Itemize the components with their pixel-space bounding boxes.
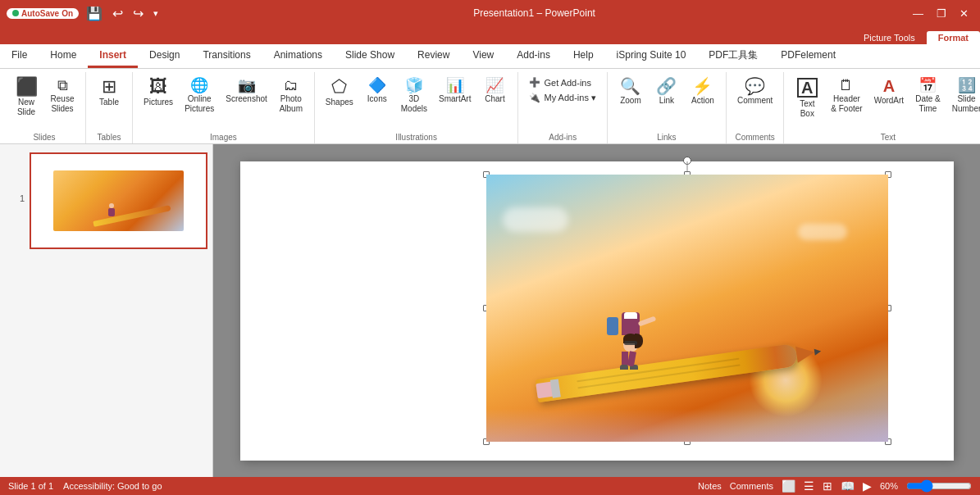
title-bar-title: Presentation1 – PowerPoint	[161, 7, 908, 19]
shapes-icon: ⬠	[331, 78, 347, 96]
tab-addins[interactable]: Add-ins	[505, 44, 562, 68]
tab-pdfelement[interactable]: PDFelement	[769, 44, 847, 68]
tab-home[interactable]: Home	[39, 44, 88, 68]
chart-icon: 📈	[485, 78, 504, 93]
title-bar-left: AutoSave On 💾 ↩ ↪ ▾	[7, 6, 161, 21]
comment-button[interactable]: 💬 Comment	[733, 75, 777, 108]
icons-button[interactable]: 🔷 Icons	[361, 75, 394, 107]
textbox-icon: A	[797, 78, 817, 98]
3d-models-button[interactable]: 🧊 3DModels	[397, 75, 431, 116]
links-group-label: Links	[608, 133, 726, 142]
my-addins-button[interactable]: 🔌 My Add-ins ▾	[525, 91, 599, 105]
minimize-button[interactable]: —	[908, 6, 928, 21]
context-tab-format[interactable]: Format	[927, 31, 980, 44]
online-pictures-button[interactable]: 🌐 OnlinePictures	[180, 75, 218, 116]
slideshow-icon[interactable]: ▶	[863, 479, 872, 493]
zoom-button[interactable]: 🔍 Zoom	[614, 75, 647, 108]
photo-album-icon: 🗂	[284, 78, 299, 93]
slide-info: Slide 1 of 1	[8, 481, 53, 491]
notes-button[interactable]: Notes	[698, 481, 722, 491]
ribbon: ⬛ NewSlide ⧉ ReuseSlides Slides ⊞ Table …	[0, 69, 980, 144]
zoom-icon: 🔍	[620, 78, 640, 94]
slides-group-label: Slides	[3, 133, 85, 142]
restore-button[interactable]: ❐	[932, 6, 951, 21]
ribbon-group-illustrations: ⬠ Shapes 🔷 Icons 🧊 3DModels 📊 SmartArt 📈…	[315, 72, 519, 143]
outline-view-icon[interactable]: ☰	[804, 479, 814, 493]
header-footer-icon: 🗒	[839, 78, 854, 93]
reuse-slides-icon: ⧉	[57, 78, 68, 93]
pictures-button[interactable]: 🖼 Pictures	[139, 75, 177, 110]
link-button[interactable]: 🔗 Link	[650, 75, 683, 108]
tab-review[interactable]: Review	[406, 44, 461, 68]
icons-icon: 🔷	[368, 78, 386, 93]
undo-button[interactable]: ↩	[110, 6, 125, 21]
reading-view-icon[interactable]: 📖	[841, 479, 855, 493]
customize-qs[interactable]: ▾	[151, 8, 161, 19]
selected-image-container[interactable]	[486, 175, 888, 442]
comments-button[interactable]: Comments	[730, 481, 773, 491]
autosave-state: On	[62, 9, 73, 18]
tables-group-label: Tables	[86, 133, 132, 142]
ribbon-group-comments: 💬 Comment Comments	[727, 72, 784, 143]
status-bar: Slide 1 of 1 Accessibility: Good to go N…	[0, 477, 980, 495]
slide-sorter-icon[interactable]: ⊞	[823, 479, 832, 493]
my-addins-icon: 🔌	[529, 93, 540, 103]
close-button[interactable]: ✕	[955, 6, 973, 21]
get-addins-icon: ➕	[529, 77, 540, 88]
tab-transitions[interactable]: Transitions	[191, 44, 262, 68]
ribbon-group-links: 🔍 Zoom 🔗 Link ⚡ Action Links	[608, 72, 727, 143]
slide-thumbnail-1[interactable]	[30, 152, 207, 249]
date-time-button[interactable]: 📅 Date &Time	[911, 75, 945, 116]
ribbon-group-images: 🖼 Pictures 🌐 OnlinePictures 📷 Screenshot…	[133, 72, 315, 143]
table-button[interactable]: ⊞ Table	[93, 75, 125, 110]
tab-help[interactable]: Help	[562, 44, 605, 68]
slide-number-label: 1	[20, 193, 25, 203]
illustrations-group-label: Illustrations	[315, 133, 518, 142]
ribbon-group-slides: ⬛ NewSlide ⧉ ReuseSlides Slides	[3, 72, 86, 143]
get-addins-button[interactable]: ➕ Get Add-ins	[525, 75, 599, 89]
link-icon: 🔗	[656, 78, 677, 94]
tab-ispring[interactable]: iSpring Suite 10	[605, 44, 698, 68]
canvas-area[interactable]	[213, 144, 980, 477]
zoom-slider[interactable]	[906, 479, 972, 493]
textbox-button[interactable]: A TextBox	[791, 75, 823, 121]
title-bar-right: — ❐ ✕	[908, 6, 973, 21]
tab-insert[interactable]: Insert	[88, 44, 138, 68]
tab-slideshow[interactable]: Slide Show	[334, 44, 406, 68]
autosave-label: AutoSave	[21, 9, 59, 18]
chart-button[interactable]: 📈 Chart	[478, 75, 511, 107]
ribbon-group-text: A TextBox 🗒 Header& Footer A WordArt 📅 D…	[784, 72, 980, 143]
text-group-label: Text	[784, 133, 980, 142]
tab-view[interactable]: View	[461, 44, 505, 68]
status-right: Notes Comments ⬜ ☰ ⊞ 📖 ▶ 60%	[698, 479, 972, 493]
zoom-level: 60%	[880, 481, 898, 491]
autosave-badge[interactable]: AutoSave On	[7, 8, 79, 19]
screenshot-button[interactable]: 📷 Screenshot	[221, 75, 271, 107]
tab-file[interactable]: File	[0, 44, 39, 68]
tab-animations[interactable]: Animations	[262, 44, 334, 68]
context-tab-picture-tools[interactable]: Picture Tools	[852, 31, 927, 44]
main-area: 1	[0, 144, 980, 477]
new-slide-button[interactable]: ⬛ NewSlide	[10, 75, 43, 120]
ribbon-group-addins: ➕ Get Add-ins 🔌 My Add-ins ▾ Add-ins	[518, 72, 607, 143]
slide-number-button[interactable]: 🔢 SlideNumber	[948, 75, 980, 116]
reuse-slides-button[interactable]: ⧉ ReuseSlides	[46, 75, 79, 116]
header-footer-button[interactable]: 🗒 Header& Footer	[827, 75, 866, 116]
normal-view-icon[interactable]: ⬜	[782, 479, 795, 493]
action-button[interactable]: ⚡ Action	[686, 75, 719, 108]
ribbon-group-tables: ⊞ Table Tables	[86, 72, 133, 143]
accessibility-info: Accessibility: Good to go	[63, 481, 162, 491]
pictures-icon: 🖼	[149, 78, 167, 96]
online-pictures-icon: 🌐	[190, 78, 208, 93]
save-icon[interactable]: 💾	[84, 6, 105, 21]
smartart-button[interactable]: 📊 SmartArt	[435, 75, 475, 107]
autosave-dot	[12, 10, 19, 16]
tab-design[interactable]: Design	[138, 44, 191, 68]
shapes-button[interactable]: ⬠ Shapes	[321, 75, 358, 110]
slide-panel: 1	[0, 144, 213, 477]
status-left: Slide 1 of 1 Accessibility: Good to go	[8, 481, 162, 491]
redo-button[interactable]: ↪	[130, 6, 146, 21]
photo-album-button[interactable]: 🗂 PhotoAlbum	[275, 75, 308, 116]
tab-pdf-tools[interactable]: PDF工具集	[697, 44, 769, 68]
wordart-button[interactable]: A WordArt	[870, 75, 909, 108]
